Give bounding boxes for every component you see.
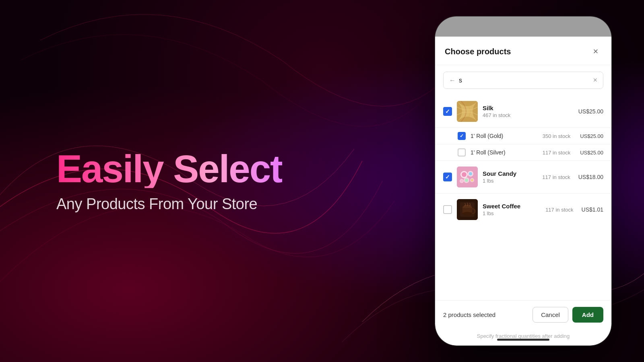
sweet-coffee-stock: 1 lbs — [483, 210, 541, 216]
sour-candy-checkbox[interactable] — [443, 173, 452, 181]
dialog-header: Choose products × — [435, 37, 611, 65]
silk-checkbox[interactable] — [443, 107, 452, 116]
phone-status-bar — [435, 16, 611, 37]
sweet-coffee-name: Sweet Coffee — [483, 203, 541, 210]
svg-point-3 — [462, 172, 466, 177]
svg-rect-1 — [457, 167, 478, 187]
silk-product-image — [457, 101, 478, 122]
silk-gold-stock: 350 in stock — [543, 133, 570, 139]
svg-point-11 — [471, 179, 473, 181]
product-item-sweet-coffee: Sweet Coffee 1 lbs 117 in stock US$1.01 — [435, 193, 611, 226]
variant-item-silk-silver: 1' Roll (Silver) 117 in stock US$25.00 — [435, 144, 611, 161]
sour-candy-product-info: Sour Candy 1 lbs — [483, 170, 537, 184]
sour-candy-stock: 1 lbs — [483, 178, 537, 184]
silk-silver-price: US$25.00 — [580, 150, 603, 156]
silk-silver-name: 1' Roll (Silver) — [471, 149, 538, 156]
add-button[interactable]: Add — [572, 307, 603, 323]
variant-item-silk-gold: 1' Roll (Gold) 350 in stock US$25.00 — [435, 128, 611, 144]
cancel-button[interactable]: Cancel — [533, 307, 568, 323]
silk-product-info: Silk 467 in stock — [483, 105, 574, 118]
svg-point-16 — [462, 212, 472, 215]
silk-gold-name: 1' Roll (Gold) — [471, 133, 538, 139]
svg-point-7 — [465, 179, 468, 182]
sweet-coffee-product-image — [457, 199, 478, 220]
left-content-area: Easily Select Any Products From Your Sto… — [56, 150, 282, 213]
silk-stock: 467 in stock — [483, 112, 574, 118]
search-input[interactable]: s — [459, 77, 590, 84]
svg-point-5 — [469, 172, 472, 175]
sweet-coffee-checkbox[interactable] — [443, 205, 452, 214]
silk-gold-price: US$25.00 — [580, 133, 603, 139]
silk-price: US$25.00 — [578, 108, 603, 115]
sour-candy-stock2: 117 in stock — [542, 174, 570, 180]
sweet-coffee-product-info: Sweet Coffee 1 lbs — [483, 203, 541, 216]
sour-candy-name: Sour Candy — [483, 170, 537, 177]
main-headline: Easily Select — [56, 150, 282, 188]
search-clear-icon[interactable]: × — [593, 76, 597, 84]
sweet-coffee-stock2: 117 in stock — [545, 207, 573, 213]
phone-frame: Choose products × ← s × — [435, 16, 612, 346]
home-indicator — [497, 339, 549, 341]
dialog-title: Choose products — [445, 47, 511, 56]
svg-point-9 — [460, 180, 463, 182]
sub-headline: Any Products From Your Store — [56, 195, 282, 213]
silk-gold-checkbox[interactable] — [458, 132, 466, 140]
footer-buttons: Cancel Add — [533, 307, 603, 323]
dialog-footer: 2 products selected Cancel Add — [435, 300, 611, 329]
silk-silver-stock: 117 in stock — [543, 150, 570, 156]
sour-candy-price: US$18.00 — [578, 174, 603, 180]
fractional-note: Specify fractional quantities after addi… — [435, 329, 611, 346]
selected-count-label: 2 products selected — [443, 311, 495, 318]
silk-name: Silk — [483, 105, 574, 111]
search-bar[interactable]: ← s × — [443, 72, 603, 89]
product-list: Silk 467 in stock US$25.00 1' Roll (Gold… — [435, 95, 611, 300]
choose-products-dialog: Choose products × ← s × — [435, 37, 611, 346]
product-item-sour-candy: Sour Candy 1 lbs 117 in stock US$18.00 — [435, 161, 611, 193]
phone-wrapper: Choose products × ← s × — [435, 0, 612, 362]
sweet-coffee-price: US$1.01 — [582, 206, 603, 213]
close-button[interactable]: × — [590, 45, 602, 58]
search-back-icon[interactable]: ← — [449, 77, 456, 84]
sour-candy-product-image — [457, 167, 478, 187]
product-item-silk: Silk 467 in stock US$25.00 — [435, 95, 611, 128]
silk-silver-checkbox[interactable] — [458, 148, 466, 156]
